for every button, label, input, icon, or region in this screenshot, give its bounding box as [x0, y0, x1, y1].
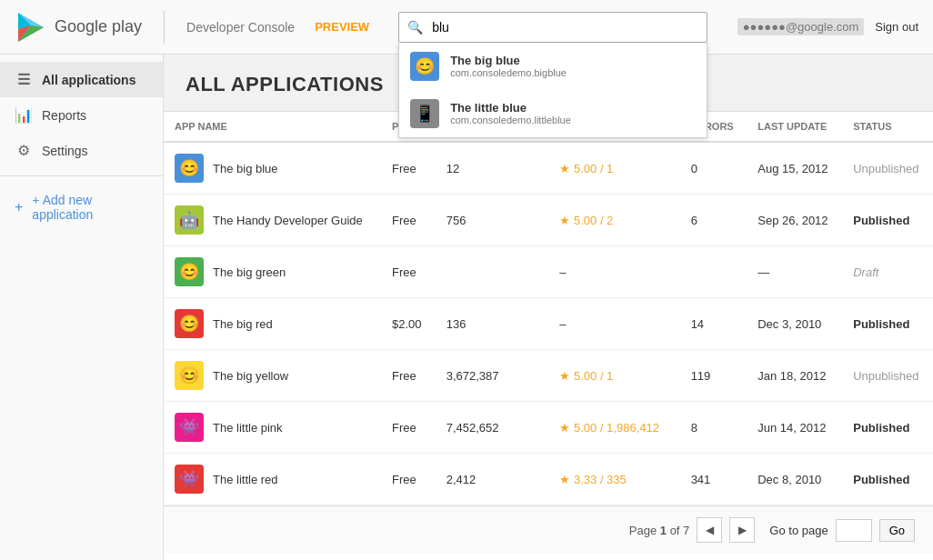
- table-row[interactable]: 😊 The big blue Free 12 ★ 5.00 / 1 0 Aug …: [164, 142, 933, 195]
- cell-rating: ★ 5.00 / 1: [548, 142, 679, 195]
- app-name-text: The big blue: [213, 162, 278, 175]
- dropdown-app-name-littleblue: The little blue: [450, 101, 571, 115]
- status-badge: Published: [853, 317, 909, 331]
- app-icon: 😊: [175, 154, 204, 183]
- cell-app-name: 👾 The little red: [164, 454, 381, 505]
- col-last-update: LAST UPDATE: [747, 112, 842, 142]
- rating-cell: ★ 5.00 / 1: [559, 369, 613, 383]
- dropdown-app-pkg-littleblue: com.consoledemo.littleblue: [450, 115, 571, 125]
- cell-last-update: Jun 14, 2012: [747, 402, 842, 454]
- status-badge: Published: [853, 214, 909, 227]
- header: Google play Developer Console PREVIEW 🔍 …: [0, 0, 933, 55]
- col-status: STATUS: [842, 112, 933, 142]
- go-to-input[interactable]: [836, 519, 872, 542]
- search-dropdown: 😊 The big blue com.consoledemo.bigblue 📱…: [398, 43, 707, 138]
- cell-errors: [680, 246, 747, 298]
- cell-last-update: Jan 18, 2012: [747, 350, 842, 402]
- cell-status: Draft: [842, 246, 933, 298]
- add-new-application-button[interactable]: + + Add new application: [0, 184, 163, 231]
- page-label: Page: [629, 524, 657, 537]
- dropdown-item-littleblue[interactable]: 📱 The little blue com.consoledemo.little…: [399, 90, 707, 137]
- table-row[interactable]: 🤖 The Handy Developer Guide Free 756 ★ 5…: [164, 195, 933, 246]
- of-label: of: [670, 524, 680, 537]
- cell-status: Unpublished: [842, 350, 933, 402]
- cell-errors: 14: [680, 298, 747, 350]
- cell-status: Published: [842, 454, 933, 505]
- rating-cell: ★ 3.33 / 335: [559, 473, 626, 486]
- cell-price: Free: [381, 402, 436, 454]
- table-row[interactable]: 👾 The little pink Free 7,452,652 ★ 5.00 …: [164, 402, 933, 454]
- cell-app-name: 🤖 The Handy Developer Guide: [164, 195, 381, 246]
- cell-errors: 341: [680, 454, 747, 505]
- prev-page-button[interactable]: ◀: [697, 517, 722, 543]
- cell-last-update: Dec 8, 2010: [747, 454, 842, 505]
- user-email: ●●●●●●@google.com: [737, 18, 865, 35]
- app-name-text: The big yellow: [213, 369, 288, 383]
- dropdown-app-name-bigblue: The big blue: [450, 54, 567, 67]
- app-icon-bigblue: 😊: [410, 52, 439, 81]
- sidebar-label-reports: Reports: [42, 108, 86, 123]
- page-info: Page 1 of 7: [629, 524, 690, 537]
- reports-icon: 📊: [15, 106, 33, 124]
- hamburger-icon: ☰: [15, 71, 33, 88]
- cell-last-update: Dec 3, 2010: [747, 298, 842, 350]
- search-input[interactable]: [398, 12, 707, 43]
- table-row[interactable]: 👾 The little red Free 2,412 ★ 3.33 / 335…: [164, 454, 933, 505]
- cell-installs: [436, 246, 549, 298]
- cell-price: Free: [381, 142, 436, 195]
- cell-errors: 0: [680, 142, 747, 195]
- app-icon: 👾: [175, 413, 204, 442]
- col-app-name: APP NAME: [164, 112, 381, 142]
- settings-icon: ⚙: [15, 142, 33, 159]
- go-to-label: Go to page: [769, 524, 828, 537]
- total-pages: 7: [683, 524, 689, 537]
- google-play-logo: [15, 11, 47, 44]
- sidebar-item-all-applications[interactable]: ☰ All applications: [0, 62, 163, 97]
- sidebar-label-settings: Settings: [42, 144, 88, 158]
- app-icon: 🤖: [175, 205, 204, 235]
- cell-installs: 2,412: [436, 454, 549, 505]
- cell-rating: –: [548, 298, 679, 350]
- cell-price: Free: [381, 454, 436, 505]
- cell-price: Free: [381, 350, 436, 402]
- status-badge: Unpublished: [853, 162, 918, 175]
- header-right: ●●●●●●@google.com Sign out: [737, 18, 918, 35]
- table-row[interactable]: 😊 The big red $2.00 136 – 14 Dec 3, 2010…: [164, 298, 933, 350]
- dropdown-item-bigblue[interactable]: 😊 The big blue com.consoledemo.bigblue: [399, 43, 707, 90]
- cell-rating: ★ 5.00 / 1: [548, 350, 679, 402]
- cell-price: Free: [381, 246, 436, 298]
- logo-text: Google play: [55, 17, 142, 36]
- status-badge: Published: [853, 421, 909, 435]
- status-badge: Unpublished: [853, 369, 918, 383]
- app-table: APP NAME PRICE ACTIVE INSTALLS AVG. RATI…: [164, 112, 933, 505]
- app-icon: 😊: [175, 309, 204, 338]
- dropdown-app-pkg-bigblue: com.consoledemo.bigblue: [450, 67, 567, 78]
- sidebar-item-reports[interactable]: 📊 Reports: [0, 97, 163, 133]
- cell-status: Published: [842, 298, 933, 350]
- sidebar-item-settings[interactable]: ⚙ Settings: [0, 133, 163, 168]
- cell-status: Unpublished: [842, 142, 933, 195]
- cell-app-name: 👾 The little pink: [164, 402, 381, 454]
- sidebar-divider: [0, 175, 163, 176]
- app-name-text: The little pink: [213, 421, 283, 435]
- cell-errors: 119: [680, 350, 747, 402]
- next-page-button[interactable]: ▶: [729, 517, 755, 543]
- cell-errors: 6: [680, 195, 747, 246]
- cell-errors: 8: [680, 402, 747, 454]
- sign-out-button[interactable]: Sign out: [875, 20, 918, 34]
- cell-status: Published: [842, 402, 933, 454]
- logo-area: Google play: [15, 11, 142, 44]
- app-table-body: 😊 The big blue Free 12 ★ 5.00 / 1 0 Aug …: [164, 142, 933, 505]
- current-page: 1: [660, 524, 667, 537]
- table-row[interactable]: 😊 The big yellow Free 3,672,387 ★ 5.00 /…: [164, 350, 933, 402]
- search-container: 🔍 😊 The big blue com.consoledemo.bigblue…: [398, 12, 707, 43]
- cell-installs: 756: [436, 195, 549, 246]
- cell-last-update: Sep 26, 2012: [747, 195, 842, 246]
- cell-installs: 3,672,387: [436, 350, 549, 402]
- app-name-text: The big green: [213, 265, 286, 279]
- go-button[interactable]: Go: [879, 519, 915, 542]
- cell-rating: –: [548, 246, 679, 298]
- app-icon: 👾: [175, 465, 204, 494]
- cell-rating: ★ 3.33 / 335: [548, 454, 679, 505]
- table-row[interactable]: 😊 The big green Free – — Draft: [164, 246, 933, 298]
